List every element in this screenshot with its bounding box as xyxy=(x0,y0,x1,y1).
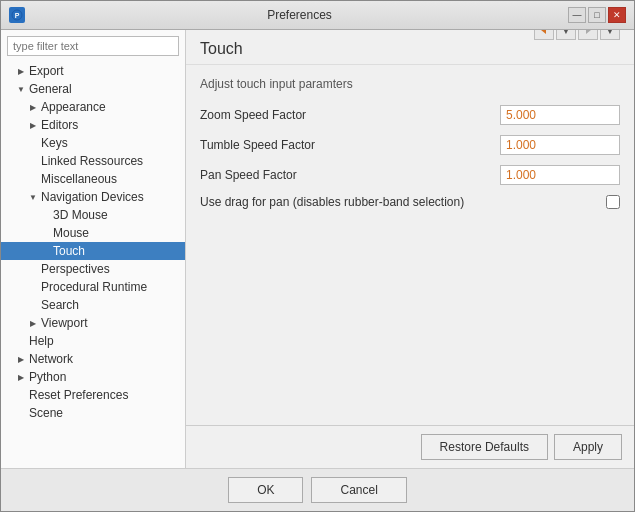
restore-defaults-button[interactable]: Restore Defaults xyxy=(421,434,548,460)
drag-pan-label: Use drag for pan (disables rubber-band s… xyxy=(200,195,606,209)
sidebar-item-label: Network xyxy=(29,352,73,366)
titlebar: P Preferences — □ ✕ xyxy=(1,1,634,30)
toolbar-back-button[interactable] xyxy=(534,30,554,40)
window-title: Preferences xyxy=(31,8,568,22)
tumble-speed-row: Tumble Speed Factor xyxy=(200,135,620,155)
sidebar-item-label: Scene xyxy=(29,406,63,420)
sidebar-item-general[interactable]: ▼ General xyxy=(1,80,185,98)
sidebar-item-label: Keys xyxy=(41,136,68,150)
main-content: ▶ Export ▼ General ▶ Appearance ▶ Editor… xyxy=(1,30,634,468)
sidebar-item-label: Export xyxy=(29,64,64,78)
sidebar-item-label: Help xyxy=(29,334,54,348)
detail-title: Touch xyxy=(200,40,243,57)
close-button[interactable]: ✕ xyxy=(608,7,626,23)
cancel-button[interactable]: Cancel xyxy=(311,477,406,503)
sidebar-item-label: 3D Mouse xyxy=(53,208,108,222)
bottom-bar: OK Cancel xyxy=(1,468,634,511)
detail-footer: Restore Defaults Apply xyxy=(186,425,634,468)
toolbar-forward-button[interactable] xyxy=(578,30,598,40)
pan-speed-row: Pan Speed Factor xyxy=(200,165,620,185)
sidebar-item-editors[interactable]: ▶ Editors xyxy=(1,116,185,134)
sidebar-item-touch[interactable]: ▶ Touch xyxy=(1,242,185,260)
ok-button[interactable]: OK xyxy=(228,477,303,503)
detail-description: Adjust touch input paramters xyxy=(200,77,620,91)
sidebar-item-label: Perspectives xyxy=(41,262,110,276)
sidebar-item-perspectives[interactable]: ▶ Perspectives xyxy=(1,260,185,278)
tumble-speed-input[interactable] xyxy=(500,135,620,155)
detail-toolbar: ▼ ▼ xyxy=(534,30,620,40)
sidebar-item-label: Reset Preferences xyxy=(29,388,128,402)
apply-button[interactable]: Apply xyxy=(554,434,622,460)
sidebar-item-keys[interactable]: ▶ Keys xyxy=(1,134,185,152)
sidebar-item-label: Linked Ressources xyxy=(41,154,143,168)
sidebar-item-reset-preferences[interactable]: ▶ Reset Preferences xyxy=(1,386,185,404)
sidebar-item-mouse[interactable]: ▶ Mouse xyxy=(1,224,185,242)
sidebar-item-label: Procedural Runtime xyxy=(41,280,147,294)
sidebar-item-label: Viewport xyxy=(41,316,87,330)
zoom-speed-row: Zoom Speed Factor xyxy=(200,105,620,125)
detail-content: Adjust touch input paramters Zoom Speed … xyxy=(186,65,634,425)
app-icon: P xyxy=(9,7,25,23)
filter-input[interactable] xyxy=(7,36,179,56)
window-controls: — □ ✕ xyxy=(568,7,626,23)
zoom-speed-input[interactable] xyxy=(500,105,620,125)
toolbar-dropdown-button[interactable]: ▼ xyxy=(556,30,576,40)
drag-pan-checkbox[interactable] xyxy=(606,195,620,209)
arrow-icon: ▶ xyxy=(15,371,27,383)
sidebar-item-appearance[interactable]: ▶ Appearance xyxy=(1,98,185,116)
sidebar-item-network[interactable]: ▶ Network xyxy=(1,350,185,368)
sidebar-item-label: General xyxy=(29,82,72,96)
sidebar-item-export[interactable]: ▶ Export xyxy=(1,62,185,80)
svg-marker-3 xyxy=(586,30,591,34)
minimize-button[interactable]: — xyxy=(568,7,586,23)
pan-speed-input[interactable] xyxy=(500,165,620,185)
detail-header: Touch ▼ ▼ xyxy=(186,30,634,65)
arrow-icon: ▶ xyxy=(27,119,39,131)
sidebar-item-python[interactable]: ▶ Python xyxy=(1,368,185,386)
sidebar-item-label: Search xyxy=(41,298,79,312)
sidebar-item-3d-mouse[interactable]: ▶ 3D Mouse xyxy=(1,206,185,224)
sidebar-item-label: Mouse xyxy=(53,226,89,240)
sidebar-item-label: Appearance xyxy=(41,100,106,114)
sidebar-item-label: Touch xyxy=(53,244,85,258)
arrow-icon: ▼ xyxy=(27,191,39,203)
arrow-icon: ▶ xyxy=(15,65,27,77)
arrow-icon: ▶ xyxy=(15,353,27,365)
sidebar-item-help[interactable]: ▶ Help xyxy=(1,332,185,350)
svg-marker-2 xyxy=(541,30,546,34)
sidebar-item-label: Navigation Devices xyxy=(41,190,144,204)
toolbar-dropdown2-button[interactable]: ▼ xyxy=(600,30,620,40)
svg-text:P: P xyxy=(15,12,20,19)
arrow-icon: ▶ xyxy=(27,101,39,113)
sidebar: ▶ Export ▼ General ▶ Appearance ▶ Editor… xyxy=(1,30,186,468)
preferences-window: P Preferences — □ ✕ ▶ Export ▼ General ▶ xyxy=(0,0,635,512)
detail-panel: Touch ▼ ▼ Adjust touch input paramters Z… xyxy=(186,30,634,468)
maximize-button[interactable]: □ xyxy=(588,7,606,23)
sidebar-item-navigation-devices[interactable]: ▼ Navigation Devices xyxy=(1,188,185,206)
sidebar-item-viewport[interactable]: ▶ Viewport xyxy=(1,314,185,332)
tumble-speed-label: Tumble Speed Factor xyxy=(200,138,500,152)
sidebar-item-procedural-runtime[interactable]: ▶ Procedural Runtime xyxy=(1,278,185,296)
zoom-speed-label: Zoom Speed Factor xyxy=(200,108,500,122)
sidebar-item-miscellaneous[interactable]: ▶ Miscellaneous xyxy=(1,170,185,188)
sidebar-item-scene[interactable]: ▶ Scene xyxy=(1,404,185,422)
drag-pan-row: Use drag for pan (disables rubber-band s… xyxy=(200,195,620,209)
arrow-icon: ▼ xyxy=(15,83,27,95)
sidebar-item-label: Editors xyxy=(41,118,78,132)
arrow-icon: ▶ xyxy=(27,317,39,329)
pan-speed-label: Pan Speed Factor xyxy=(200,168,500,182)
sidebar-item-label: Miscellaneous xyxy=(41,172,117,186)
sidebar-item-label: Python xyxy=(29,370,66,384)
sidebar-item-search[interactable]: ▶ Search xyxy=(1,296,185,314)
sidebar-item-linked-resources[interactable]: ▶ Linked Ressources xyxy=(1,152,185,170)
